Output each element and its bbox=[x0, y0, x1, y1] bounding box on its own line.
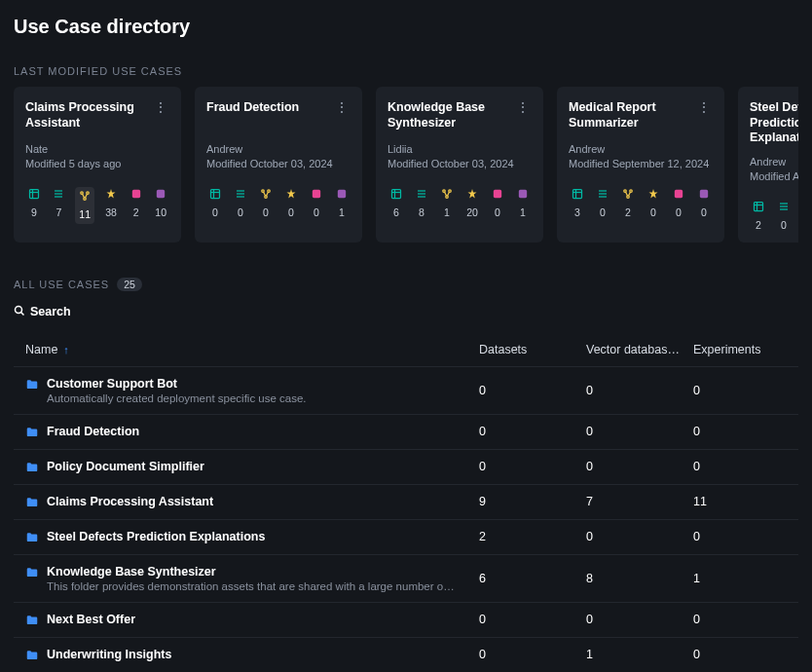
card-modified: Modified October 03, 2024 bbox=[388, 158, 532, 169]
card-stat: 0 bbox=[594, 187, 611, 218]
card-stat-icon bbox=[52, 187, 65, 201]
card-stat-icon bbox=[777, 200, 791, 213]
card-stat: 9 bbox=[25, 187, 43, 224]
row-experiments: 0 bbox=[693, 648, 800, 661]
row-vector-databases: 0 bbox=[586, 425, 693, 438]
card-stat-icon bbox=[129, 187, 143, 201]
table-row[interactable]: Knowledge Base Synthesizer This folder p… bbox=[14, 554, 798, 602]
svg-line-51 bbox=[626, 192, 628, 196]
table-row[interactable]: Fraud Detection 0 0 0 bbox=[14, 414, 798, 449]
row-vector-databases: 7 bbox=[586, 495, 693, 508]
card-stat: 11 bbox=[75, 187, 94, 224]
card-stat-value: 2 bbox=[133, 206, 139, 218]
card-stat-value: 0 bbox=[263, 206, 269, 218]
card-stat: 8 bbox=[413, 187, 430, 218]
card-stat-value: 6 bbox=[393, 206, 399, 218]
row-experiments: 0 bbox=[693, 460, 800, 473]
card-menu-button[interactable]: ⋮ bbox=[514, 100, 532, 114]
card-menu-button[interactable]: ⋮ bbox=[333, 100, 351, 114]
row-datasets: 0 bbox=[479, 648, 586, 661]
card-modified: Modified September 12, 2024 bbox=[569, 158, 713, 169]
card-menu-button[interactable]: ⋮ bbox=[695, 100, 713, 114]
card-modified: Modified Au bbox=[750, 170, 798, 182]
card-stat: 6 bbox=[388, 187, 405, 218]
row-experiments: 1 bbox=[693, 572, 800, 585]
card-stat: 1 bbox=[438, 187, 456, 218]
table-header: Name ↑ Datasets Vector databas… Experime… bbox=[14, 333, 798, 366]
column-header-vector-databases[interactable]: Vector databas… bbox=[586, 343, 693, 356]
row-name: Knowledge Base Synthesizer bbox=[47, 565, 456, 579]
svg-line-9 bbox=[83, 194, 85, 198]
column-header-datasets[interactable]: Datasets bbox=[479, 343, 586, 356]
table-row[interactable]: Next Best Offer 0 0 0 bbox=[14, 602, 798, 637]
table-row[interactable]: Customer Support Bot Automatically creat… bbox=[14, 366, 798, 414]
card-author: Andrew bbox=[206, 143, 351, 155]
card-stat-icon bbox=[234, 187, 247, 201]
folder-icon bbox=[25, 566, 39, 579]
svg-marker-11 bbox=[106, 189, 115, 199]
svg-marker-39 bbox=[468, 189, 477, 199]
card-stat: 0 bbox=[489, 187, 506, 218]
use-cases-table: Name ↑ Datasets Vector databas… Experime… bbox=[14, 333, 798, 672]
recent-use-case-card[interactable]: Claims Processing Assistant ⋮ Nate Modif… bbox=[14, 87, 181, 243]
row-datasets: 2 bbox=[479, 530, 586, 543]
row-datasets: 6 bbox=[479, 572, 586, 585]
card-stat-value: 0 bbox=[650, 206, 656, 218]
all-use-cases-header: ALL USE CASES 25 bbox=[14, 278, 798, 291]
folder-icon bbox=[25, 378, 39, 392]
column-header-experiments[interactable]: Experiments bbox=[693, 343, 800, 356]
card-stat-icon bbox=[335, 187, 349, 201]
card-stat-value: 1 bbox=[520, 206, 526, 218]
row-description: Automatically created deployment specifi… bbox=[47, 392, 307, 404]
card-title: Claims Processing Assistant bbox=[25, 100, 152, 131]
recent-use-case-card[interactable]: Fraud Detection ⋮ Andrew Modified Octobe… bbox=[195, 87, 362, 243]
card-stat: 2 bbox=[128, 187, 145, 224]
row-experiments: 11 bbox=[693, 495, 800, 508]
svg-line-37 bbox=[445, 192, 447, 196]
row-datasets: 0 bbox=[479, 460, 586, 473]
svg-line-23 bbox=[264, 192, 266, 196]
card-stat-value: 0 bbox=[314, 206, 319, 218]
column-header-name[interactable]: Name ↑ bbox=[21, 343, 479, 356]
card-modified: Modified October 03, 2024 bbox=[206, 158, 351, 169]
recent-use-case-card[interactable]: Knowledge Base Synthesizer ⋮ Lidiia Modi… bbox=[376, 87, 543, 243]
card-stat-icon bbox=[259, 187, 273, 201]
row-datasets: 9 bbox=[479, 495, 586, 508]
row-vector-databases: 8 bbox=[586, 572, 693, 585]
column-header-name-text: Name bbox=[25, 343, 57, 356]
recent-use-case-card[interactable]: Medical Report Summarizer ⋮ Andrew Modif… bbox=[557, 87, 724, 243]
recent-use-case-card[interactable]: Steel Defects Prediction Explanations ⋮ … bbox=[738, 87, 798, 243]
row-name: Fraud Detection bbox=[47, 425, 139, 438]
all-use-cases-count-badge: 25 bbox=[117, 278, 142, 291]
card-title: Steel Defects Prediction Explanations bbox=[750, 100, 798, 146]
card-stat: 0 bbox=[206, 187, 224, 218]
row-experiments: 0 bbox=[693, 384, 800, 397]
table-row[interactable]: Claims Processing Assistant 9 7 11 bbox=[14, 484, 798, 519]
card-stat-icon bbox=[596, 187, 609, 201]
row-name: Claims Processing Assistant bbox=[47, 495, 213, 508]
card-stat: 20 bbox=[463, 187, 481, 218]
search-trigger[interactable]: Search bbox=[14, 305, 798, 319]
card-menu-button[interactable]: ⋮ bbox=[152, 100, 169, 114]
card-stat-icon bbox=[27, 187, 41, 201]
table-row[interactable]: Policy Document Simplifier 0 0 0 bbox=[14, 449, 798, 484]
card-stat-value: 2 bbox=[756, 219, 761, 231]
card-author: Lidiia bbox=[388, 143, 532, 155]
card-stat: 2 bbox=[750, 200, 767, 231]
table-row[interactable]: Steel Defects Prediction Explanations 2 … bbox=[14, 519, 798, 554]
svg-line-52 bbox=[629, 192, 631, 196]
row-description: This folder provides demonstration asset… bbox=[47, 580, 456, 592]
folder-icon bbox=[25, 649, 39, 662]
row-vector-databases: 0 bbox=[586, 530, 693, 543]
table-row[interactable]: Underwriting Insights 0 1 0 bbox=[14, 637, 798, 672]
card-stat: 7 bbox=[51, 187, 68, 224]
card-stat: 1 bbox=[333, 187, 351, 218]
card-stat: 0 bbox=[308, 187, 325, 218]
card-stat: 3 bbox=[569, 187, 586, 218]
svg-rect-56 bbox=[755, 202, 763, 210]
page-title: Use Case directory bbox=[14, 16, 798, 38]
svg-rect-12 bbox=[131, 190, 139, 198]
row-name: Customer Support Bot bbox=[47, 377, 307, 391]
card-stat-value: 1 bbox=[444, 206, 450, 218]
last-modified-label: LAST MODIFIED USE CASES bbox=[14, 65, 798, 77]
